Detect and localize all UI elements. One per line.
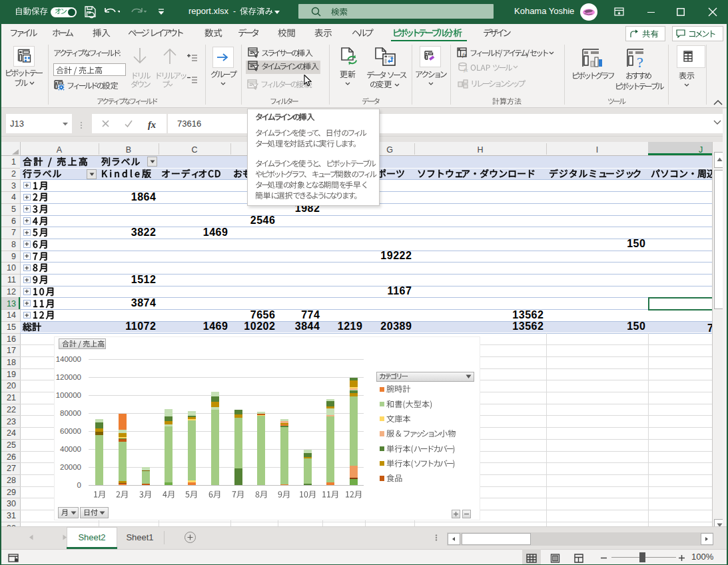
svg-text:fx: fx xyxy=(462,51,467,58)
svg-text:fx: fx xyxy=(464,67,468,73)
svg-text:?: ? xyxy=(637,54,643,69)
